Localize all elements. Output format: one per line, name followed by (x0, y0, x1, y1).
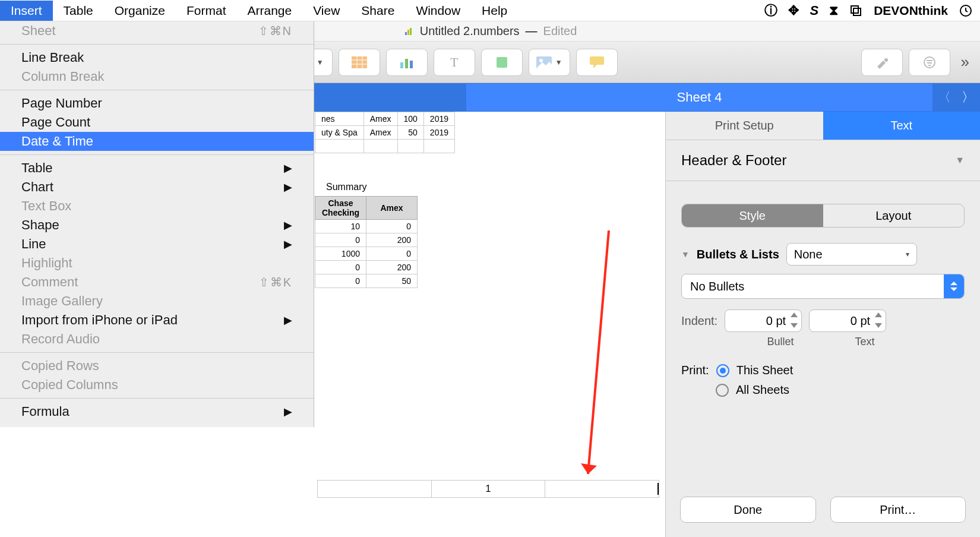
disclosure-icon[interactable]: ▼ (681, 249, 690, 259)
toolbar-table-button[interactable] (339, 49, 380, 76)
menu-item-line[interactable]: Line▶ (0, 235, 314, 254)
toolbar-text-button[interactable]: T (434, 49, 475, 76)
menu-extra-bolt-icon[interactable]: ⧗ (829, 3, 838, 18)
footer-right[interactable] (545, 480, 659, 498)
toolbar-format-button[interactable] (861, 49, 903, 76)
svg-rect-18 (405, 59, 408, 68)
menu-view[interactable]: View (302, 1, 350, 21)
menu-share[interactable]: Share (350, 1, 405, 21)
print-radio-allsheets[interactable] (716, 384, 729, 397)
page-footer-fields[interactable]: 1 (317, 480, 659, 498)
document-title: Untitled 2.numbers (420, 24, 520, 38)
brush-icon (875, 56, 889, 69)
menu-item-shape[interactable]: Shape▶ (0, 216, 314, 235)
inspector-tab-text[interactable]: Text (823, 112, 981, 140)
svg-marker-36 (875, 323, 882, 328)
bullets-lists-select[interactable]: None▾ (786, 243, 917, 266)
segment-style[interactable]: Style (682, 204, 823, 227)
done-button[interactable]: Done (680, 497, 816, 523)
svg-rect-0 (851, 6, 858, 13)
print-opt-thissheet[interactable]: This Sheet (736, 364, 794, 377)
menu-organize[interactable]: Organize (104, 1, 176, 21)
svg-rect-23 (590, 56, 604, 65)
menu-table[interactable]: Table (53, 1, 104, 21)
menu-format[interactable]: Format (176, 1, 237, 21)
footer-left[interactable] (317, 480, 432, 498)
menu-extra-popup-icon[interactable] (849, 4, 863, 18)
chart-icon (399, 56, 415, 68)
toolbar-organize-button[interactable] (909, 49, 950, 76)
summary-heading: Summary (326, 182, 366, 192)
footer-center[interactable]: 1 (432, 480, 546, 498)
indent-bullet-stepper[interactable]: 0 pt (725, 309, 802, 332)
submenu-arrow-icon: ▶ (284, 162, 292, 175)
menu-item-chart[interactable]: Chart▶ (0, 178, 314, 197)
annotation-arrow-icon (579, 230, 615, 492)
sheet-tab-sheet4[interactable]: Sheet 4 (466, 84, 932, 111)
menu-item-copied-columns: Copied Columns (0, 375, 314, 394)
menu-item-line-break[interactable]: Line Break (0, 48, 314, 67)
print-radio-thissheet[interactable] (716, 364, 729, 377)
svg-marker-33 (791, 312, 798, 317)
toolbar-chart-button[interactable] (386, 49, 428, 76)
svg-rect-4 (407, 30, 409, 35)
svg-marker-30 (581, 463, 597, 474)
text-icon: T (450, 55, 458, 70)
menu-item-column-break: Column Break (0, 67, 314, 86)
toolbar-media-button[interactable]: ▼ (529, 49, 570, 76)
organize-icon (922, 55, 937, 70)
document-state: Edited (543, 24, 577, 38)
inspector-tab-printsetup[interactable]: Print Setup (666, 112, 823, 140)
submenu-arrow-icon: ▶ (284, 181, 292, 194)
table-icon (352, 56, 367, 68)
submenu-arrow-icon: ▶ (284, 219, 292, 232)
print-opt-allsheets[interactable]: All Sheets (736, 383, 789, 397)
indent-sub-bullet: Bullet (742, 336, 819, 348)
toolbar-shape-button[interactable] (481, 49, 523, 76)
menu-item-import-from-iphone-or-ipad[interactable]: Import from iPhone or iPad▶ (0, 311, 314, 330)
menu-extra-dropbox-icon[interactable]: ✥ (788, 3, 799, 18)
document-icon (403, 26, 414, 37)
menu-item-record-audio: Record Audio (0, 330, 314, 349)
menu-extra-timemachine-icon[interactable] (959, 4, 973, 18)
svg-rect-12 (352, 56, 367, 68)
menu-item-comment: Comment⇧⌘K (0, 273, 314, 292)
menu-extra-devonthink[interactable]: DEVONthink (874, 4, 948, 18)
bullet-style-stepper-icon[interactable] (944, 274, 964, 298)
shape-icon (495, 56, 508, 69)
menu-help[interactable]: Help (471, 1, 518, 21)
toolbar-comment-button[interactable] (576, 49, 618, 76)
system-menubar: Insert Table Organize Format Arrange Vie… (0, 0, 980, 21)
menu-window[interactable]: Window (405, 1, 471, 21)
print-label: Print: (681, 364, 709, 377)
inspector-panel: Print Setup Text Header & Footer ▼ Style… (665, 112, 980, 537)
header-footer-disclosure-icon[interactable]: ▼ (955, 155, 965, 166)
menu-item-table[interactable]: Table▶ (0, 159, 314, 178)
svg-rect-20 (497, 57, 507, 68)
segment-layout[interactable]: Layout (823, 204, 965, 227)
submenu-arrow-icon: ▶ (284, 238, 292, 251)
svg-marker-32 (950, 288, 957, 291)
menu-insert[interactable]: Insert (0, 1, 53, 21)
bullet-style-select[interactable]: No Bullets (681, 274, 965, 299)
toolbar-overflow-icon[interactable]: » (956, 53, 974, 71)
svg-point-22 (539, 59, 543, 62)
media-icon (536, 56, 552, 68)
indent-text-stepper[interactable]: 0 pt (809, 309, 886, 332)
menu-extra-s-icon[interactable]: S (810, 3, 818, 18)
menu-item-date-time[interactable]: Date & Time (0, 132, 314, 151)
menu-extra-info-icon[interactable]: ⓘ (764, 2, 777, 20)
sheet-nav-next-icon[interactable]: 〉 (956, 89, 980, 106)
style-layout-segment[interactable]: Style Layout (681, 204, 965, 228)
menu-arrange[interactable]: Arrange (236, 1, 302, 21)
menu-item-copied-rows: Copied Rows (0, 356, 314, 375)
sheet-nav-prev-icon[interactable]: 〈 (932, 89, 956, 106)
svg-line-29 (588, 230, 609, 474)
svg-rect-19 (410, 61, 413, 68)
svg-rect-17 (400, 62, 403, 68)
menu-item-formula[interactable]: Formula▶ (0, 402, 314, 421)
indent-sub-text: Text (826, 336, 903, 348)
menu-item-page-number[interactable]: Page Number (0, 94, 314, 113)
menu-item-page-count[interactable]: Page Count (0, 113, 314, 132)
print-button[interactable]: Print… (830, 497, 966, 523)
